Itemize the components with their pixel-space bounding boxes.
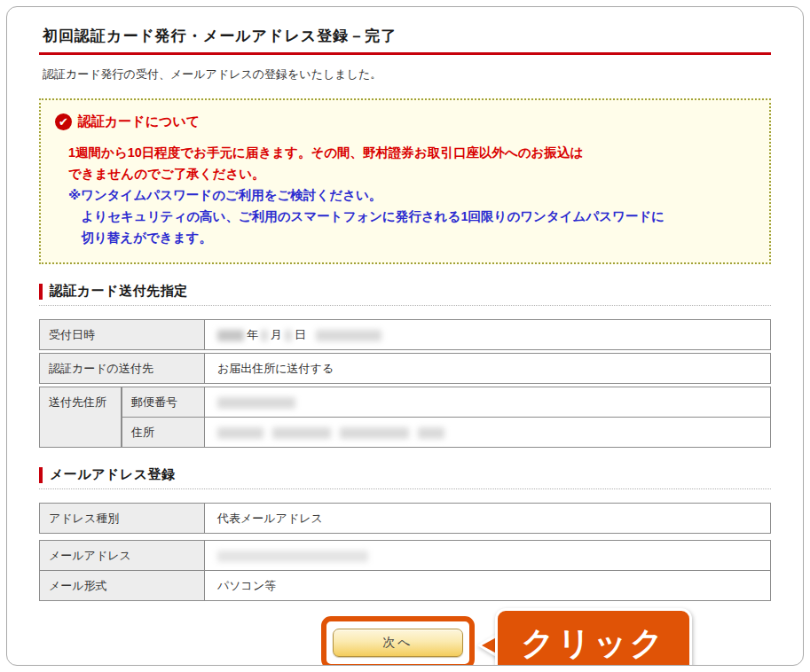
table-subrow: 住所: [122, 417, 770, 447]
redacted-address: [418, 427, 444, 439]
table-row: 受付日時 年 月 日: [39, 319, 771, 350]
date-year-suffix: 年: [247, 327, 258, 343]
mail-address-label: メールアドレス: [40, 541, 205, 570]
address-type-label: アドレス種別: [40, 504, 205, 533]
notice-heading: ✔ 認証カードについて: [55, 113, 753, 130]
redacted-postal-code: [217, 397, 295, 409]
redacted-address: [340, 427, 409, 439]
date-month-suffix: 月: [271, 327, 282, 343]
shipping-address-label: 送付先住所: [40, 387, 122, 447]
table-row-group: 送付先住所 郵便番号 住所: [39, 387, 771, 448]
footer-action-area: 次へ クリック: [39, 608, 771, 666]
redacted-time: [316, 330, 381, 341]
page-container: 初回認証カード発行・メールアドレス登録－完了 認証カード発行の受付、メールアドレ…: [6, 6, 804, 666]
address-type-value: 代表メールアドレス: [205, 504, 770, 533]
next-button-highlight-frame: 次へ: [321, 616, 475, 666]
section-accent-bar: [39, 467, 43, 483]
redacted-date: [217, 330, 244, 341]
section-accent-bar: [39, 284, 43, 300]
check-circle-icon: ✔: [55, 113, 72, 130]
postal-code-label: 郵便番号: [122, 387, 205, 417]
redacted-date: [285, 330, 292, 341]
redacted-address: [217, 427, 263, 439]
reception-datetime-label: 受付日時: [40, 320, 205, 349]
table-subrow: 郵便番号: [122, 387, 770, 417]
redacted-date: [261, 330, 268, 341]
reception-datetime-value: 年 月 日: [205, 320, 770, 349]
notice-line: ※ワンタイムパスワードのご利用をご検討ください。: [68, 184, 753, 206]
notice-line: 1週間から10日程度でお手元に届きます。その間、野村證券お取引口座以外へのお振込…: [68, 142, 753, 163]
table-subrow: メール形式 パソコン等: [40, 570, 770, 600]
address-label: 住所: [122, 418, 205, 447]
postal-code-value: [205, 387, 770, 417]
mail-format-label: メール形式: [40, 571, 205, 600]
notice-line: よりセキュリティの高い、ご利用のスマートフォンに発行される1回限りのワンタイムパ…: [68, 206, 753, 227]
table-row: アドレス種別 代表メールアドレス: [39, 503, 771, 534]
redacted-address: [272, 427, 331, 439]
section-title: 認証カード送付先指定: [50, 283, 188, 300]
notice-body: 1週間から10日程度でお手元に届きます。その間、野村證券お取引口座以外へのお振込…: [68, 142, 753, 248]
auth-card-notice-box: ✔ 認証カードについて 1週間から10日程度でお手元に届きます。その間、野村證券…: [39, 98, 771, 264]
section-header-card-destination: 認証カード送付先指定: [39, 283, 771, 306]
notice-heading-label: 認証カードについて: [78, 113, 200, 130]
click-callout-bubble: クリック: [495, 608, 692, 666]
shipping-address-subrows: 郵便番号 住所: [122, 387, 770, 447]
mail-registration-table: アドレス種別 代表メールアドレス メールアドレス メール形式 パソコン等: [39, 503, 771, 601]
page-subtitle: 認証カード発行の受付、メールアドレスの登録をいたしました。: [43, 66, 771, 82]
date-day-suffix: 日: [295, 327, 306, 343]
table-subrow: メールアドレス: [40, 541, 770, 570]
mail-format-value: パソコン等: [205, 571, 770, 600]
page-title: 初回認証カード発行・メールアドレス登録－完了: [39, 24, 771, 55]
address-value: [205, 418, 770, 447]
mail-address-value: [205, 541, 770, 570]
section-title: メールアドレス登録: [50, 466, 176, 483]
notice-line: できませんのでご了承ください。: [68, 163, 753, 184]
redacted-email: [217, 551, 368, 562]
table-row: 認証カードの送付先 お届出住所に送付する: [39, 353, 771, 384]
section-header-mail-registration: メールアドレス登録: [39, 466, 771, 489]
card-destination-label: 認証カードの送付先: [40, 354, 205, 383]
next-button[interactable]: 次へ: [333, 629, 463, 657]
table-row-group: メールアドレス メール形式 パソコン等: [39, 540, 771, 601]
notice-line: 切り替えができます。: [68, 227, 753, 248]
card-destination-value: お届出住所に送付する: [205, 354, 770, 383]
card-destination-table: 受付日時 年 月 日 認証カードの送付先 お届出住所に送付する 送付先住所 郵便…: [39, 319, 771, 448]
